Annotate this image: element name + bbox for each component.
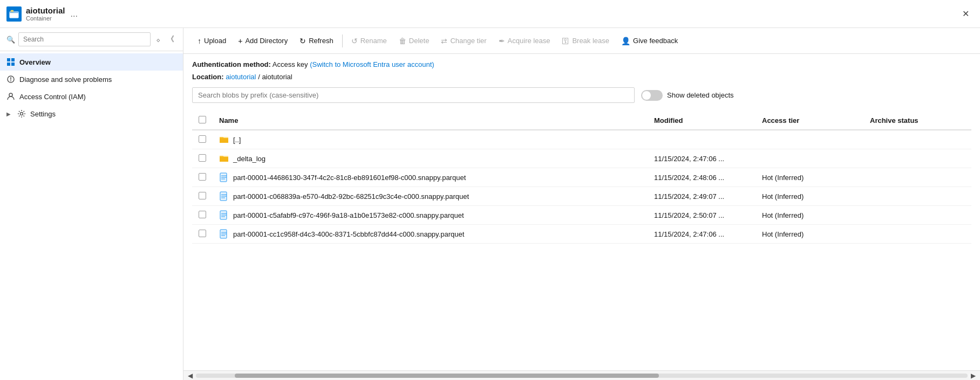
- main-content: ↑ Upload + Add Directory ↻ Refresh ↺ Ren…: [183, 28, 980, 380]
- row-modified-cell: 11/15/2024, 2:47:06 ...: [648, 225, 756, 244]
- auth-label: Authentication method:: [192, 60, 271, 68]
- row-checkbox[interactable]: [199, 154, 206, 162]
- file-icon: [219, 210, 229, 220]
- overview-icon: [6, 58, 15, 66]
- sidebar: 🔍 ⬦ 《 Overview Diagnose and solve proble…: [0, 28, 183, 380]
- rename-button[interactable]: ↺ Rename: [346, 34, 392, 48]
- acquire-lease-icon: ✒: [499, 37, 505, 45]
- svg-rect-7: [11, 63, 15, 66]
- svg-point-11: [9, 93, 12, 96]
- add-directory-icon: +: [238, 37, 242, 45]
- svg-rect-4: [7, 58, 10, 61]
- row-checkbox[interactable]: [199, 211, 206, 218]
- header-archive-status[interactable]: Archive status: [863, 112, 971, 130]
- row-access-tier-cell: Hot (Inferred): [756, 225, 863, 244]
- search-input[interactable]: [18, 32, 151, 46]
- svg-rect-6: [7, 63, 10, 66]
- file-name[interactable]: [..]: [233, 136, 241, 144]
- row-checkbox[interactable]: [199, 173, 206, 181]
- row-checkbox-cell: [192, 206, 213, 225]
- svg-rect-13: [220, 138, 228, 142]
- table-row[interactable]: part-00001-cc1c958f-d4c3-400c-8371-5cbbf…: [192, 225, 971, 244]
- row-checkbox[interactable]: [199, 192, 206, 199]
- file-row-name: part-00001-cc1c958f-d4c3-400c-8371-5cbbf…: [219, 229, 641, 239]
- svg-point-12: [21, 113, 23, 115]
- acquire-lease-button[interactable]: ✒ Acquire lease: [493, 34, 556, 48]
- sidebar-item-iam-label: Access Control (IAM): [19, 93, 86, 101]
- scroll-left-button[interactable]: ◀: [187, 372, 194, 379]
- close-button[interactable]: ✕: [958, 6, 974, 21]
- location-container: aiotutorial: [262, 73, 292, 81]
- row-archive-status-cell: [863, 130, 971, 149]
- row-checkbox[interactable]: [199, 230, 206, 237]
- show-deleted-toggle[interactable]: [641, 90, 663, 101]
- file-row-name: [..]: [219, 135, 641, 144]
- change-tier-icon: ⇄: [441, 37, 447, 45]
- upload-button[interactable]: ↑ Upload: [192, 34, 232, 48]
- row-name-cell: part-00001-44686130-347f-4c2c-81c8-eb891…: [213, 168, 648, 187]
- change-tier-button[interactable]: ⇄ Change tier: [435, 34, 492, 48]
- file-name[interactable]: part-00001-cc1c958f-d4c3-400c-8371-5cbbf…: [233, 230, 464, 238]
- table-row[interactable]: part-00001-44686130-347f-4c2c-81c8-eb891…: [192, 168, 971, 187]
- add-directory-button[interactable]: + Add Directory: [233, 34, 293, 48]
- header-modified[interactable]: Modified: [648, 112, 756, 130]
- table-body: [..] _delta_log 11/15/2024, 2:47:06 ... …: [192, 130, 971, 244]
- give-feedback-icon: 👤: [621, 37, 630, 45]
- upload-icon: ↑: [198, 37, 201, 45]
- main-layout: 🔍 ⬦ 《 Overview Diagnose and solve proble…: [0, 28, 980, 380]
- scroll-track[interactable]: [196, 374, 968, 378]
- header-name[interactable]: Name: [213, 112, 648, 130]
- refresh-button[interactable]: ↻ Refresh: [294, 34, 339, 48]
- sidebar-item-settings[interactable]: ▶ Settings: [0, 105, 183, 122]
- file-name[interactable]: part-00001-44686130-347f-4c2c-81c8-eb891…: [233, 174, 466, 182]
- row-modified-cell: 11/15/2024, 2:47:06 ...: [648, 149, 756, 168]
- row-access-tier-cell: [756, 149, 863, 168]
- person-icon: [6, 92, 15, 101]
- table-row[interactable]: _delta_log 11/15/2024, 2:47:06 ...: [192, 149, 971, 168]
- file-name[interactable]: part-00001-c068839a-e570-4db2-92bc-68251…: [233, 192, 469, 201]
- break-lease-button[interactable]: ⚿ Break lease: [556, 34, 615, 48]
- table-header: Name Modified Access tier Archive status: [192, 112, 971, 130]
- sidebar-action-buttons: ⬦ 《: [154, 33, 176, 45]
- file-name[interactable]: _delta_log: [233, 155, 266, 163]
- scroll-right-button[interactable]: ▶: [970, 372, 977, 379]
- row-checkbox-cell: [192, 187, 213, 206]
- more-options-icon[interactable]: ...: [71, 9, 78, 19]
- auth-switch-link[interactable]: (Switch to Microsoft Entra user account): [310, 60, 434, 68]
- sidebar-item-diagnose[interactable]: Diagnose and solve problems: [0, 71, 183, 88]
- header-access-tier[interactable]: Access tier: [756, 112, 863, 130]
- give-feedback-button[interactable]: 👤 Give feedback: [616, 34, 683, 48]
- select-all-checkbox[interactable]: [199, 116, 206, 123]
- file-icon: [219, 191, 229, 201]
- break-lease-icon: ⚿: [562, 37, 569, 45]
- rename-icon: ↺: [351, 37, 358, 45]
- row-archive-status-cell: [863, 225, 971, 244]
- row-checkbox[interactable]: [199, 135, 206, 143]
- show-deleted-label: Show deleted objects: [667, 91, 734, 99]
- table-row[interactable]: [..]: [192, 130, 971, 149]
- scroll-thumb[interactable]: [235, 374, 659, 378]
- auth-info: Authentication method: Access key (Switc…: [192, 60, 971, 68]
- row-name-cell: part-00001-c5afabf9-c97c-496f-9a18-a1b0e…: [213, 206, 648, 225]
- sidebar-item-overview[interactable]: Overview: [0, 53, 183, 71]
- toolbar-separator-1: [342, 34, 343, 47]
- app-subtitle: Container: [26, 15, 65, 22]
- header-checkbox-col: [192, 112, 213, 130]
- blob-search-row: Show deleted objects: [192, 87, 971, 103]
- collapse-sidebar-button[interactable]: 《: [165, 33, 176, 45]
- search-icon: 🔍: [6, 36, 15, 44]
- svg-point-10: [10, 80, 11, 81]
- delete-button[interactable]: 🗑 Delete: [393, 34, 435, 48]
- file-row-name: part-00001-c068839a-e570-4db2-92bc-68251…: [219, 191, 641, 201]
- row-archive-status-cell: [863, 206, 971, 225]
- row-name-cell: part-00001-c068839a-e570-4db2-92bc-68251…: [213, 187, 648, 206]
- blob-search-input[interactable]: [192, 87, 635, 103]
- sidebar-item-iam[interactable]: Access Control (IAM): [0, 88, 183, 105]
- file-name[interactable]: part-00001-c5afabf9-c97c-496f-9a18-a1b0e…: [233, 211, 464, 219]
- row-checkbox-cell: [192, 225, 213, 244]
- table-row[interactable]: part-00001-c5afabf9-c97c-496f-9a18-a1b0e…: [192, 206, 971, 225]
- app-icon: [6, 6, 22, 22]
- location-account-link[interactable]: aiotutorial: [226, 73, 256, 81]
- filter-icon-button[interactable]: ⬦: [154, 33, 162, 45]
- table-row[interactable]: part-00001-c068839a-e570-4db2-92bc-68251…: [192, 187, 971, 206]
